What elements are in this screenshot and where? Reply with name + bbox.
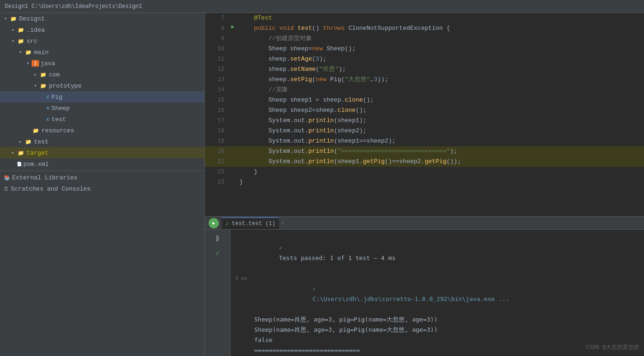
code-line-9: 9 //创建原型对象 <box>205 34 644 44</box>
line-num-19: 19 <box>205 136 228 146</box>
time-row: 4 ms ✓ C:\Users\zdh\.jdks\corretto-1.8.0… <box>235 274 639 356</box>
bottom-content: ⟫ ✓ ✓ Tests passed: 1 of 1 test – 4 ms 4… <box>205 230 644 356</box>
code-line-12: 12 sheep.setName("肖恩"); <box>205 64 644 75</box>
folder-icon-test: 📁 <box>24 138 33 145</box>
code-line-10: 10 Sheep sheep=new Sheep(); <box>205 44 644 54</box>
line-num-10: 10 <box>205 44 228 54</box>
sidebar-item-target[interactable]: ▸ 📁 target <box>0 147 204 158</box>
line-num-16: 16 <box>205 105 228 116</box>
main-layout: ▾ 📁 Design1 ▸ 📁 .idea ▾ 📁 src ▾ 📁 main ▾… <box>0 13 644 356</box>
label-idea: .idea <box>27 27 45 34</box>
label-src: src <box>27 38 37 45</box>
sidebar-item-resources[interactable]: ▸ 📁 resources <box>0 125 204 136</box>
code-line-18: 18 System.out.println(sheep2); <box>205 126 644 136</box>
pass-check-icon-tab: ✓ <box>225 220 229 227</box>
bottom-tab-test[interactable]: ✓ test.test (1) <box>222 217 279 229</box>
label-pom: pom.xml <box>23 161 49 168</box>
line-content-7: @Test <box>237 13 644 23</box>
line-num-8: 8 <box>205 23 228 34</box>
line-num-22: 22 <box>205 167 228 177</box>
code-line-16: 16 Sheep sheep2=sheep.clone(); <box>205 105 644 116</box>
line-num-9: 9 <box>205 34 228 44</box>
sidebar-item-main[interactable]: ▾ 📁 main <box>0 47 204 58</box>
label-external: External Libraries <box>12 174 77 181</box>
arrow-test-folder: ▸ <box>17 139 24 144</box>
arrow-design1: ▾ <box>2 16 9 21</box>
sidebar: ▾ 📁 Design1 ▸ 📁 .idea ▾ 📁 src ▾ 📁 main ▾… <box>0 13 205 356</box>
pass-line: ✓ Tests passed: 1 of 1 test – 4 ms <box>235 233 639 274</box>
arrow-prototype: ▾ <box>32 83 39 89</box>
label-test-folder: test <box>34 138 48 145</box>
code-line-22: 22 } <box>205 167 644 177</box>
line-content-13: sheep.setPig(new Pig("大忽悠",3)); <box>237 75 644 85</box>
code-line-17: 17 System.out.println(sheep1); <box>205 116 644 126</box>
sidebar-item-scratches[interactable]: 🗒 Scratches and Consoles <box>0 183 204 194</box>
label-design1: Design1 <box>19 15 45 22</box>
title-bar: Design1 C:\Users\zdh\IdeaProjects\Design… <box>0 0 644 13</box>
sidebar-item-sheep[interactable]: ▸ c Sheep <box>0 103 204 114</box>
label-java: java <box>41 60 55 67</box>
line-num-15: 15 <box>205 95 228 105</box>
class-icon-pig: c <box>47 94 50 100</box>
line-num-13: 13 <box>205 75 228 85</box>
arrow-idea: ▸ <box>9 27 17 33</box>
line-content-10: Sheep sheep=new Sheep(); <box>237 44 644 54</box>
xml-icon-pom: 📄 <box>17 162 22 167</box>
code-line-8: 8 ▶ public void test() throws CloneNotSu… <box>205 23 644 34</box>
watermark: CSDN @大忽悠爱忽悠 <box>586 343 639 351</box>
class-icon-sheep: c <box>47 105 50 111</box>
pass-check-icon: ✓ <box>279 244 286 251</box>
line-content-15: Sheep sheep1 = sheep.clone(); <box>237 95 644 105</box>
line-num-7: 7 <box>205 13 228 23</box>
label-prototype: prototype <box>49 82 81 89</box>
run-marker-8[interactable]: ▶ <box>231 23 234 30</box>
code-editor: 7 @Test 8 ▶ public void test() throws Cl… <box>205 13 644 216</box>
output-line-false1: false <box>254 335 509 345</box>
code-line-23: 23 } <box>205 177 644 187</box>
line-content-19: System.out.println(sheep1==sheep2); <box>237 136 644 146</box>
code-line-20: 20 System.out.println("=================… <box>205 146 644 157</box>
code-line-7: 7 @Test <box>205 13 644 23</box>
line-content-22: } <box>237 167 644 177</box>
tab-close-icon[interactable]: ✕ <box>281 219 284 226</box>
line-num-23: 23 <box>205 177 228 187</box>
time-badge: 4 ms <box>235 274 251 281</box>
code-line-11: 11 sheep.setAge(3); <box>205 54 644 64</box>
sidebar-item-external-libraries[interactable]: 📚 External Libraries <box>0 172 204 183</box>
output-line-equals: ============================= <box>254 345 509 356</box>
folder-icon-prototype: 📁 <box>39 82 47 89</box>
arrow-java: ▾ <box>24 61 32 66</box>
line-content-11: sheep.setAge(3); <box>237 54 644 64</box>
output-line-2: Sheep(name=肖恩, age=3, pig=Pig(name=大忽悠, … <box>254 325 509 335</box>
external-icon: 📚 <box>4 175 10 181</box>
line-num-12: 12 <box>205 64 228 75</box>
run-button[interactable]: ▶ <box>209 218 219 228</box>
line-content-18: System.out.println(sheep2); <box>237 126 644 136</box>
pass-text: Tests passed: 1 of 1 test – 4 ms <box>279 254 395 261</box>
sidebar-item-com[interactable]: ▸ 📁 com <box>0 69 204 80</box>
line-content-23: } <box>237 177 644 187</box>
line-content-20: System.out.println("====================… <box>237 146 644 157</box>
bottom-tabs: ▶ ✓ test.test (1) ✕ <box>205 217 644 230</box>
arrow-com: ▸ <box>32 72 39 77</box>
sidebar-item-java[interactable]: ▾ j java <box>0 58 204 69</box>
rerun-button[interactable]: ⟫ <box>211 232 224 245</box>
sidebar-item-design1[interactable]: ▾ 📁 Design1 <box>0 13 204 24</box>
line-num-20: 20 <box>205 146 228 157</box>
sidebar-item-prototype[interactable]: ▾ 📁 prototype <box>0 80 204 91</box>
label-resources: resources <box>41 127 74 134</box>
sidebar-item-pig[interactable]: ▸ c Pig <box>0 91 204 103</box>
sidebar-item-src[interactable]: ▾ 📁 src <box>0 35 204 47</box>
tab-label: test.test (1) <box>232 220 276 227</box>
sidebar-separator <box>0 171 204 171</box>
bottom-panel: ▶ ✓ test.test (1) ✕ ⟫ ✓ ✓ <box>205 216 644 356</box>
label-com: com <box>49 71 60 78</box>
sidebar-item-test[interactable]: ▸ c test <box>0 114 204 125</box>
sidebar-item-test-folder[interactable]: ▸ 📁 test <box>0 136 204 147</box>
line-content-9: //创建原型对象 <box>237 34 644 44</box>
folder-icon-resources: 📁 <box>32 127 40 134</box>
folder-icon-design1: 📁 <box>9 15 18 22</box>
sidebar-item-pom[interactable]: ▸ 📄 pom.xml <box>0 158 204 170</box>
folder-icon-main: 📁 <box>24 48 33 56</box>
sidebar-item-idea[interactable]: ▸ 📁 .idea <box>0 24 204 35</box>
